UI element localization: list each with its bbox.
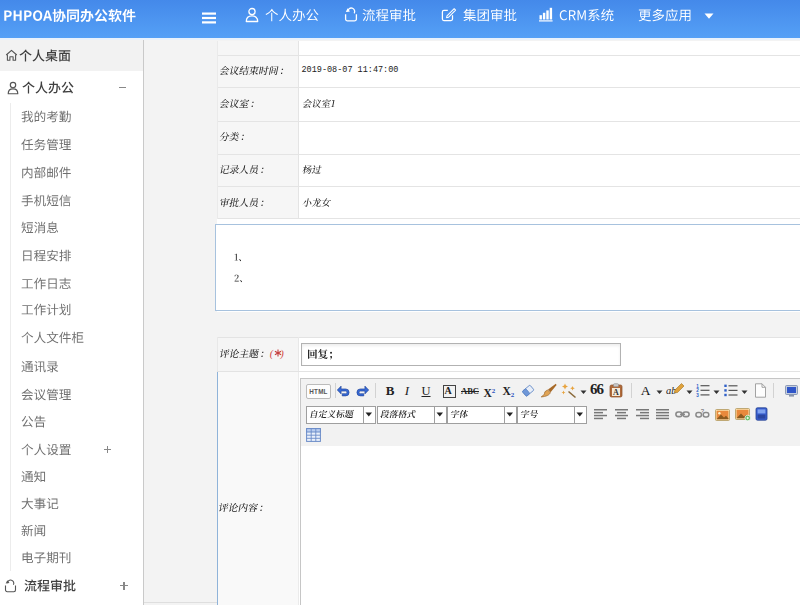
svg-text:3: 3: [696, 393, 699, 398]
svg-text:A: A: [613, 388, 619, 397]
